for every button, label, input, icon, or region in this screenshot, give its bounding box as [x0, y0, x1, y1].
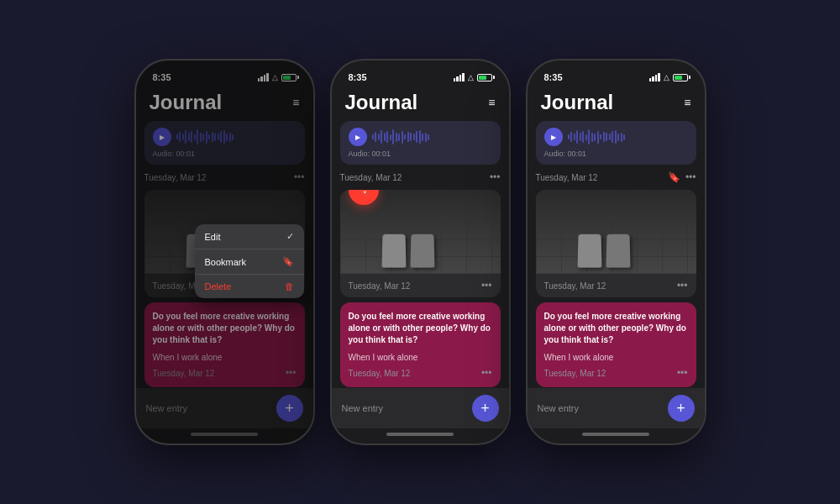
context-edit[interactable]: Edit ✓	[195, 224, 304, 249]
journal-date-2: Tuesday, Mar 12	[349, 369, 411, 378]
add-button-2[interactable]: +	[472, 395, 499, 422]
status-bar-2: 8:35 △	[332, 60, 509, 87]
app-title-3: Journal	[541, 91, 614, 114]
context-edit-label: Edit	[205, 232, 221, 242]
more-dots-2a[interactable]: •••	[490, 171, 501, 183]
date-row-2b: Tuesday, Mar 12 •••	[349, 278, 492, 293]
menu-icon-2[interactable]: ≡	[488, 96, 495, 109]
date-2b: Tuesday, Mar 12	[349, 281, 411, 291]
context-delete-icon: 🗑	[285, 281, 294, 291]
status-icons-3: △	[649, 73, 688, 81]
audio-row-2	[349, 128, 492, 146]
battery-2	[477, 74, 492, 81]
shoe-right-2	[410, 234, 434, 268]
play-button-2[interactable]	[349, 128, 367, 146]
context-edit-icon: ✓	[286, 231, 294, 242]
audio-card-3: Audio: 00:01	[536, 121, 696, 165]
status-icons-2: △	[454, 73, 492, 81]
audio-label-3: Audio: 00:01	[544, 150, 688, 158]
journal-more-3[interactable]: •••	[677, 367, 688, 379]
phone-2-screen: 8:35 △ Journal ≡	[332, 60, 509, 444]
bookmark-icon-3[interactable]: 🔖	[668, 171, 680, 183]
app-title-2: Journal	[345, 91, 418, 114]
photo-card-3: Tuesday, Mar 12 •••	[536, 190, 696, 297]
time-2: 8:35	[349, 72, 367, 82]
status-bar-3: 8:35 △	[528, 60, 705, 87]
battery-fill-2	[479, 76, 487, 80]
date-3b: Tuesday, Mar 12	[544, 281, 606, 291]
phone-1-screen: 8:35 △ Journal ≡	[136, 60, 313, 444]
audio-label-2: Audio: 00:01	[349, 150, 492, 158]
context-bookmark[interactable]: Bookmark 🔖	[195, 249, 304, 275]
date-row-2a: Tuesday, Mar 12 •••	[340, 170, 501, 185]
shoe-left-3	[577, 234, 601, 268]
photo-card-bottom-3: Tuesday, Mar 12 •••	[536, 274, 696, 297]
new-entry-text-2: New entry	[342, 403, 384, 413]
new-entry-text-3: New entry	[538, 403, 580, 413]
battery-3	[673, 74, 688, 81]
app-header-2: Journal ≡	[332, 87, 509, 121]
time-3: 8:35	[544, 72, 563, 82]
wifi-icon-2: △	[468, 73, 474, 81]
more-dots-3b[interactable]: •••	[677, 280, 688, 291]
content-2: Audio: 00:01 Tuesday, Mar 12 •••	[332, 121, 509, 388]
new-entry-bar-3: New entry +	[528, 388, 705, 428]
waveform-3	[568, 129, 688, 145]
home-bar-3	[582, 433, 649, 436]
audio-row-3	[544, 128, 688, 146]
content-3: Audio: 00:01 Tuesday, Mar 12 🔖 •••	[528, 121, 705, 388]
more-dots-3a[interactable]: •••	[685, 171, 696, 183]
play-button-3[interactable]	[544, 128, 563, 146]
date-3a: Tuesday, Mar 12	[536, 173, 598, 182]
context-menu-1[interactable]: Edit ✓ Bookmark 🔖 Delete 🗑	[195, 224, 304, 298]
wifi-icon-3: △	[664, 73, 669, 81]
waveform-2	[372, 129, 492, 145]
phone-3: 8:35 △ Journal ≡	[526, 59, 706, 445]
date-row-3b: Tuesday, Mar 12 •••	[544, 278, 688, 293]
context-bookmark-icon: 🔖	[282, 256, 294, 267]
context-delete-label: Delete	[205, 281, 232, 291]
home-indicator-3	[528, 428, 705, 444]
journal-card-3: Do you feel more creative working alone …	[536, 302, 696, 387]
journal-card-2: Do you feel more creative working alone …	[340, 302, 501, 387]
journal-question-3: Do you feel more creative working alone …	[544, 311, 688, 346]
context-bookmark-label: Bookmark	[205, 257, 247, 267]
signal-icon-2	[454, 73, 465, 81]
phone-2: 8:35 △ Journal ≡	[330, 59, 511, 445]
home-indicator-2	[332, 428, 509, 444]
app-header-3: Journal ≡	[528, 87, 705, 121]
more-dots-2b[interactable]: •••	[481, 280, 492, 291]
shoe-right-3	[606, 234, 630, 268]
journal-answer-3: When I work alone	[544, 353, 688, 362]
home-bar-2	[386, 433, 454, 436]
date-row-3a: Tuesday, Mar 12 🔖 •••	[536, 170, 696, 185]
journal-more-2[interactable]: •••	[481, 367, 492, 379]
date-actions-3a: 🔖 •••	[668, 171, 696, 183]
journal-answer-2: When I work alone	[349, 353, 492, 362]
photo-scene-3	[536, 190, 696, 274]
new-entry-bar-2: New entry +	[332, 388, 509, 428]
photo-card-2: 🔖 Tuesday, Mar 12 •••	[340, 190, 501, 297]
date-2a: Tuesday, Mar 12	[340, 173, 402, 182]
photo-card-bottom-2: Tuesday, Mar 12 •••	[340, 274, 501, 297]
context-delete[interactable]: Delete 🗑	[195, 275, 304, 298]
photo-3	[536, 190, 696, 274]
signal-icon-3	[649, 73, 660, 81]
battery-fill-3	[675, 76, 683, 80]
phone-1: 8:35 △ Journal ≡	[134, 59, 315, 445]
journal-date-3: Tuesday, Mar 12	[544, 369, 606, 378]
journal-bottom-2: Tuesday, Mar 12 •••	[349, 367, 492, 379]
journal-question-2: Do you feel more creative working alone …	[349, 311, 492, 346]
phones-container: 8:35 △ Journal ≡	[134, 59, 706, 445]
menu-icon-3[interactable]: ≡	[684, 96, 690, 109]
journal-bottom-3: Tuesday, Mar 12 •••	[544, 367, 688, 379]
audio-card-2: Audio: 00:01	[340, 121, 501, 165]
shoe-left-2	[381, 234, 406, 268]
add-button-3[interactable]: +	[668, 395, 695, 422]
phone-3-screen: 8:35 △ Journal ≡	[528, 60, 705, 444]
